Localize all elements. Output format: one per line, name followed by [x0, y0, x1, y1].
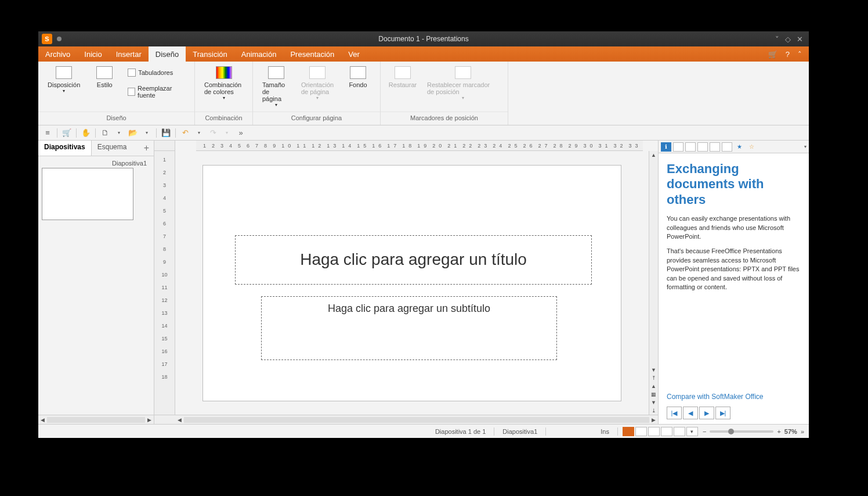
fondo-button[interactable]: Fondo: [342, 65, 374, 89]
view-normal-icon[interactable]: [623, 427, 634, 436]
add-slide-button[interactable]: +: [139, 141, 154, 156]
pane-tab-3-icon[interactable]: [685, 142, 696, 152]
status-ins: Ins: [597, 428, 613, 435]
hamburger-icon[interactable]: ≡: [42, 127, 53, 139]
orientacion-pagina-button[interactable]: Orientación de página▾: [298, 65, 337, 102]
scroll-down-icon[interactable]: ▼: [650, 366, 657, 374]
view-slideshow-icon[interactable]: ▾: [686, 427, 698, 436]
pane-dropdown-icon[interactable]: ▾: [804, 144, 806, 149]
pane-tab-6-icon[interactable]: [722, 142, 732, 152]
disposicion-button[interactable]: Disposición▾: [44, 65, 84, 95]
zoom-in-button[interactable]: +: [777, 428, 780, 435]
vertical-ruler: 123456789101112131415161718: [154, 151, 175, 415]
hand-icon[interactable]: ✋: [80, 127, 92, 139]
quick-access-toolbar: ≡ 🛒 ✋ 🗋 ▾ 📂 ▾ 💾 ↶ ▾ ↷ ▾ »: [38, 125, 809, 141]
restablecer-marcador-button[interactable]: Restablecer marcador de posición▾: [424, 65, 502, 102]
h-scrollbar[interactable]: [47, 417, 145, 423]
tabuladores-button[interactable]: Tabuladores: [125, 67, 189, 78]
tab-transicion[interactable]: Transición: [186, 46, 234, 62]
scroll-up-icon[interactable]: ▲: [650, 151, 657, 159]
nav-last-button[interactable]: ▶|: [715, 407, 730, 419]
scroll-right-icon[interactable]: ▶: [649, 417, 658, 423]
reemplazar-fuente-button[interactable]: Reemplazar fuente: [125, 84, 189, 100]
new-file-icon[interactable]: 🗋: [99, 127, 111, 139]
estilo-button[interactable]: Estilo: [88, 65, 121, 95]
status-bar: Diapositiva 1 de 1 Diapositiva1 Ins ▾ − …: [38, 424, 809, 438]
redo-icon[interactable]: ↷: [207, 127, 219, 139]
ribbon-group-label: Combinación: [195, 112, 252, 121]
subtitle-placeholder[interactable]: Haga clic para agregar un subtítulo: [261, 296, 557, 360]
status-more-icon[interactable]: »: [801, 428, 809, 435]
scroll-right-icon[interactable]: ▶: [145, 417, 154, 423]
info-paragraph: That's because FreeOffice Presentations …: [667, 247, 801, 292]
slides-sidebar: Diapositivas Esquema + Diapositiva1 ◀ ▶: [38, 141, 154, 424]
tab-presentacion[interactable]: Presentación: [283, 46, 341, 62]
first-slide-icon[interactable]: ⤒: [650, 374, 657, 382]
slide-thumbnail[interactable]: [42, 168, 133, 220]
undo-icon[interactable]: ↶: [179, 127, 191, 139]
open-file-icon[interactable]: 📂: [127, 127, 139, 139]
last-slide-icon[interactable]: ⤓: [650, 407, 657, 415]
h-scrollbar[interactable]: [184, 417, 649, 423]
nav-next-button[interactable]: ▶: [699, 407, 714, 419]
restaurar-button[interactable]: Restaurar: [386, 65, 419, 89]
nav-prev-button[interactable]: ◀: [683, 407, 698, 419]
pane-tab-5-icon[interactable]: [710, 142, 720, 152]
close-button[interactable]: ✕: [797, 35, 803, 44]
ribbon-group-label: Configurar página: [253, 112, 380, 121]
dropdown-icon[interactable]: ▾: [113, 127, 125, 139]
slide-thumb-label: Diapositiva1: [42, 160, 150, 167]
reset-placeholder-icon: [455, 66, 471, 79]
font-replace-icon: [128, 88, 135, 96]
minimize-button[interactable]: ˅: [775, 35, 779, 44]
star-gold-icon[interactable]: ☆: [746, 142, 757, 152]
cart-icon[interactable]: 🛒: [768, 50, 777, 59]
nav-first-button[interactable]: |◀: [667, 407, 682, 419]
zoom-slider[interactable]: [710, 430, 773, 433]
modified-dot-icon: [57, 37, 62, 41]
tab-ver[interactable]: Ver: [341, 46, 367, 62]
tab-diapositivas[interactable]: Diapositivas: [38, 141, 92, 156]
slides-icon[interactable]: ▦: [650, 390, 657, 398]
info-tab-icon[interactable]: ℹ: [661, 142, 671, 152]
tab-insertar[interactable]: Insertar: [109, 46, 149, 62]
tab-archivo[interactable]: Archivo: [38, 46, 77, 62]
page-size-icon: [268, 66, 284, 79]
compare-link[interactable]: Compare with SoftMaker Office: [659, 389, 809, 404]
zoom-out-button[interactable]: −: [703, 428, 706, 435]
help-icon[interactable]: ?: [786, 50, 790, 59]
prev-slide-icon[interactable]: ▲: [650, 382, 657, 390]
combinacion-colores-button[interactable]: Combinación de colores▾: [201, 65, 247, 102]
tab-animacion[interactable]: Animación: [234, 46, 284, 62]
ribbon-group-label: Diseño: [38, 112, 194, 121]
star-blue-icon[interactable]: ★: [734, 142, 744, 152]
pane-tab-4-icon[interactable]: [697, 142, 708, 152]
title-placeholder[interactable]: Haga clic para agregar un título: [235, 235, 592, 285]
pane-tab-2-icon[interactable]: [673, 142, 683, 152]
scroll-left-icon[interactable]: ◀: [38, 417, 47, 423]
dropdown-icon[interactable]: ▾: [141, 127, 153, 139]
view-notes-icon[interactable]: [661, 427, 672, 436]
more-icon[interactable]: »: [235, 127, 247, 139]
save-icon[interactable]: 💾: [160, 127, 172, 139]
dropdown-icon[interactable]: ▾: [221, 127, 233, 139]
maximize-button[interactable]: ◇: [785, 35, 791, 44]
vertical-scrollbar[interactable]: ▲ ▼ ⤒ ▲ ▦ ▼ ⤓: [649, 151, 658, 415]
view-outline-icon[interactable]: [648, 427, 660, 436]
tab-diseno[interactable]: Diseño: [149, 46, 186, 62]
view-master-icon[interactable]: [674, 427, 685, 436]
scroll-left-icon[interactable]: ◀: [175, 417, 184, 423]
tab-inicio[interactable]: Inicio: [77, 46, 108, 62]
next-slide-icon[interactable]: ▼: [650, 398, 657, 407]
slide-canvas[interactable]: Haga clic para agregar un título Haga cl…: [203, 166, 621, 401]
tab-esquema[interactable]: Esquema: [92, 141, 133, 156]
cart-icon[interactable]: 🛒: [61, 127, 73, 139]
ribbon-group-label: Marcadores de posición: [381, 112, 508, 121]
titlebar: S Documento 1 - Presentations ˅ ◇ ✕: [38, 31, 809, 46]
status-master: Diapositiva1: [499, 428, 541, 435]
tamano-pagina-button[interactable]: Tamaño de página▾: [259, 65, 293, 109]
dropdown-icon[interactable]: ▾: [193, 127, 205, 139]
collapse-ribbon-icon[interactable]: ˄: [798, 50, 802, 59]
view-sorter-icon[interactable]: [635, 427, 647, 436]
orientation-icon: [309, 66, 326, 79]
